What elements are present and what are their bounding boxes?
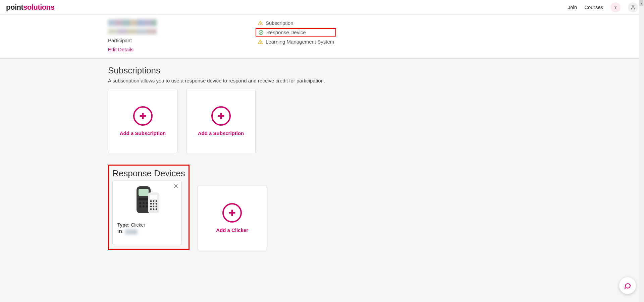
svg-point-12 xyxy=(143,205,145,207)
chat-fab[interactable] xyxy=(619,277,636,294)
check-circle-icon xyxy=(258,30,264,35)
subscriptions-title: Subscriptions xyxy=(108,65,500,76)
device-meta: Type: Clicker ID: xyxy=(117,222,145,235)
device-image xyxy=(117,186,177,215)
svg-point-26 xyxy=(153,208,154,210)
status-list: Subscription Response Device Learning Ma… xyxy=(256,19,336,52)
profile-info: Participant Edit Details xyxy=(108,19,209,52)
svg-point-20 xyxy=(153,203,154,205)
add-subscription-label-2: Add a Subscription xyxy=(198,130,244,136)
redacted-email xyxy=(108,29,157,34)
device-type-label: Type: xyxy=(117,222,129,228)
svg-point-1 xyxy=(632,6,634,7)
user-icon xyxy=(630,5,636,10)
edit-details-link[interactable]: Edit Details xyxy=(108,47,209,52)
svg-point-23 xyxy=(153,206,154,207)
chat-icon xyxy=(624,282,632,290)
status-subscription-label: Subscription xyxy=(266,20,293,26)
svg-point-3 xyxy=(259,31,263,35)
svg-point-25 xyxy=(150,208,152,210)
plus-circle-icon xyxy=(133,106,153,126)
svg-point-24 xyxy=(155,206,157,207)
subscriptions-cards: Add a Subscription Add a Subscription xyxy=(108,89,500,153)
logo-text-1: point xyxy=(6,3,23,11)
svg-rect-6 xyxy=(139,189,149,196)
status-response-device[interactable]: Response Device xyxy=(256,28,336,37)
svg-point-4 xyxy=(260,43,260,43)
scrollbar[interactable]: ▴ xyxy=(639,0,644,302)
nav-join[interactable]: Join xyxy=(568,4,577,10)
remove-device-button[interactable] xyxy=(173,183,179,189)
svg-point-0 xyxy=(615,8,616,9)
svg-point-27 xyxy=(155,208,157,210)
device-card: Type: Clicker ID: xyxy=(112,181,182,245)
scroll-up-icon: ▴ xyxy=(639,0,643,6)
svg-point-13 xyxy=(146,205,148,207)
close-icon xyxy=(173,183,179,189)
plus-circle-icon xyxy=(222,203,242,223)
svg-point-11 xyxy=(139,205,141,207)
add-subscription-card[interactable]: Add a Subscription xyxy=(108,89,177,153)
svg-point-22 xyxy=(150,206,152,207)
device-type-value: Clicker xyxy=(131,222,145,228)
main-content: Subscriptions A subscription allows you … xyxy=(0,59,644,302)
logo: pointsolutions xyxy=(6,3,55,12)
add-subscription-card-2[interactable]: Add a Subscription xyxy=(186,89,256,153)
help-button[interactable] xyxy=(610,2,621,12)
nav-right: Join Courses xyxy=(568,2,638,12)
svg-rect-15 xyxy=(150,195,157,199)
svg-point-10 xyxy=(146,202,148,204)
add-clicker-card[interactable]: Add a Clicker xyxy=(198,186,267,250)
status-response-device-label: Response Device xyxy=(266,29,306,35)
svg-point-17 xyxy=(153,200,154,202)
svg-point-19 xyxy=(150,203,152,205)
warning-icon xyxy=(258,39,263,45)
response-devices-title: Response Devices xyxy=(112,168,185,179)
status-subscription[interactable]: Subscription xyxy=(256,19,336,26)
response-devices-highlight: Response Devices xyxy=(108,165,190,250)
redacted-name xyxy=(108,19,157,26)
svg-point-9 xyxy=(143,202,145,204)
help-icon xyxy=(613,5,618,10)
logo-text-2: solutions xyxy=(23,3,54,11)
subscriptions-desc: A subscription allows you to use a respo… xyxy=(108,78,500,83)
svg-point-18 xyxy=(155,200,157,202)
svg-point-8 xyxy=(139,202,141,204)
svg-point-16 xyxy=(150,200,152,202)
user-menu-button[interactable] xyxy=(628,2,638,12)
plus-circle-icon xyxy=(211,106,231,126)
warning-icon xyxy=(258,20,263,26)
status-lms[interactable]: Learning Management System xyxy=(256,38,336,45)
add-subscription-label: Add a Subscription xyxy=(120,130,166,136)
profile-header: Participant Edit Details Subscription Re… xyxy=(0,15,644,59)
nav-courses[interactable]: Courses xyxy=(584,4,603,10)
clicker-icon xyxy=(130,186,164,215)
device-id-label: ID: xyxy=(117,229,124,234)
svg-point-21 xyxy=(155,203,157,205)
redacted-device-id xyxy=(125,230,137,234)
svg-point-2 xyxy=(260,24,260,24)
profile-role: Participant xyxy=(108,38,209,43)
add-clicker-label: Add a Clicker xyxy=(216,227,248,233)
status-lms-label: Learning Management System xyxy=(266,39,334,45)
svg-rect-7 xyxy=(139,198,149,200)
top-bar: pointsolutions Join Courses xyxy=(0,0,644,15)
